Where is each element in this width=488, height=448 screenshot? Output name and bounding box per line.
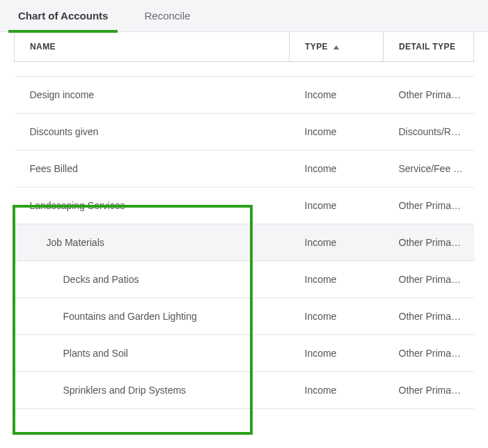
tab-chart-of-accounts[interactable]: Chart of Accounts (14, 0, 112, 32)
table-container: NAME TYPE DETAIL TYPE Billable Expense I… (0, 32, 488, 448)
cell-name: Plants and Soil (15, 335, 290, 372)
table-row[interactable]: Sprinklers and Drip SystemsIncomeOther P… (15, 372, 474, 409)
cell-name: Job Materials (15, 224, 290, 261)
account-name: Landscaping Services (30, 200, 125, 211)
cell-name: Fountains and Garden Lighting (15, 298, 290, 335)
account-name: Fees Billed (30, 163, 78, 174)
cell-name: Discounts given (15, 114, 290, 150)
column-header-name[interactable]: NAME (15, 32, 290, 62)
cell-detail-type: Other Primar… (384, 335, 474, 372)
cell-name: Landscaping Services (15, 187, 290, 224)
cell-detail-type: Other Primar… (384, 372, 474, 409)
column-header-type-label: TYPE (305, 42, 328, 52)
cell-type: Income (290, 372, 384, 409)
cell-detail-type: Other Primar… (384, 261, 474, 298)
tab-reconcile[interactable]: Reconcile (140, 0, 194, 32)
account-name: Sprinklers and Drip Systems (30, 385, 187, 396)
accounts-table: NAME TYPE DETAIL TYPE Billable Expense I… (14, 32, 474, 409)
cell-name: Billable Expense Income (15, 62, 290, 77)
column-header-detail-type[interactable]: DETAIL TYPE (384, 32, 474, 62)
account-name: Billable Expense Income (30, 62, 136, 73)
cell-name: Decks and Patios (15, 261, 290, 298)
tabs-bar: Chart of Accounts Reconcile (0, 0, 488, 32)
account-name: Job Materials (30, 237, 104, 248)
table-row[interactable]: Decks and PatiosIncomeOther Primar… (15, 261, 474, 298)
cell-detail-type: Other Primar… (384, 77, 474, 114)
cell-detail-type: Service/Fee I… (384, 62, 474, 77)
account-name: Design income (30, 89, 95, 100)
cell-type: Income (290, 150, 384, 187)
table-row[interactable]: Fees BilledIncomeService/Fee I… (15, 150, 474, 187)
cell-type: Income (290, 187, 384, 224)
table-row[interactable]: Fountains and Garden LightingIncomeOther… (15, 298, 474, 335)
cell-detail-type: Discounts/Re… (384, 114, 474, 150)
account-name: Decks and Patios (30, 274, 139, 285)
table-header-row: NAME TYPE DETAIL TYPE (15, 32, 474, 62)
column-header-detail-label: DETAIL TYPE (399, 42, 455, 52)
cell-detail-type: Other Primar… (384, 187, 474, 224)
cell-detail-type: Other Primar… (384, 224, 474, 261)
cell-name: Sprinklers and Drip Systems (15, 372, 290, 409)
cell-type: Income (290, 261, 384, 298)
cell-type: Income (290, 335, 384, 372)
cell-name: Design income (15, 77, 290, 114)
cell-name: Fees Billed (15, 150, 290, 187)
cell-type: Income (290, 62, 384, 77)
cell-detail-type: Service/Fee I… (384, 150, 474, 187)
table-row[interactable]: Design incomeIncomeOther Primar… (15, 77, 474, 114)
table-row[interactable]: Job MaterialsIncomeOther Primar… (15, 224, 474, 261)
column-header-name-label: NAME (30, 42, 56, 52)
account-name: Fountains and Garden Lighting (30, 311, 197, 322)
account-name: Discounts given (30, 126, 99, 137)
sort-ascending-icon (333, 45, 339, 49)
cell-type: Income (290, 298, 384, 335)
table-row[interactable]: Billable Expense IncomeIncomeService/Fee… (15, 62, 474, 77)
table-row[interactable]: Discounts givenIncomeDiscounts/Re… (15, 114, 474, 150)
cell-type: Income (290, 114, 384, 150)
cell-detail-type: Other Primar… (384, 298, 474, 335)
column-header-type[interactable]: TYPE (290, 32, 384, 62)
table-row[interactable]: Landscaping ServicesIncomeOther Primar… (15, 187, 474, 224)
account-name: Plants and Soil (30, 348, 128, 359)
cell-type: Income (290, 77, 384, 114)
cell-type: Income (290, 224, 384, 261)
table-row[interactable]: Plants and SoilIncomeOther Primar… (15, 335, 474, 372)
